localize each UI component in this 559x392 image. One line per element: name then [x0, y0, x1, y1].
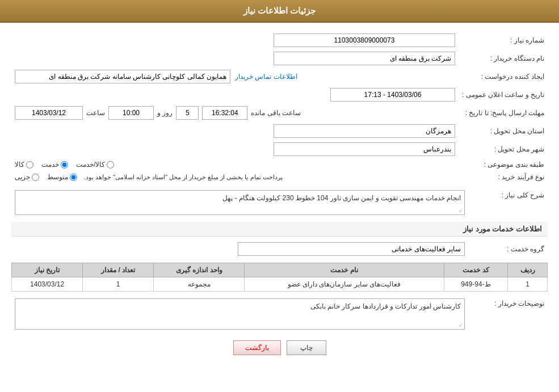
buyer-notes-box: کارشناس امور تدارکات و قراردادها سرکار خ…: [15, 298, 465, 330]
purchase-motavaset-text: متوسط: [47, 173, 68, 181]
service-group-label: گروه خدمت :: [468, 240, 548, 258]
category-kala-khedmat-radio[interactable]: [107, 161, 114, 168]
creator-link[interactable]: اطلاعات تماس خریدار: [235, 73, 297, 81]
description-label: شرح کلی نیاز :: [468, 188, 548, 217]
deadline-time-input[interactable]: [108, 106, 154, 120]
purchase-note: پرداخت تمام یا بخشی از مبلغ خریدار از مح…: [84, 174, 283, 181]
category-kala-label[interactable]: کالا: [15, 161, 33, 168]
deadline-time-label: ساعت: [86, 109, 105, 117]
org-label: نام دستگاه خریدار :: [459, 49, 548, 68]
org-input[interactable]: [274, 52, 455, 65]
page-header: جزئیات اطلاعات نیاز: [0, 0, 559, 23]
description-value: انجام خدمات مهندسی تقویت و ایمن سازی تاو…: [222, 194, 461, 202]
category-kala-khedmat-text: کالا/خدمت: [76, 161, 105, 168]
services-table: ردیف کد خدمت نام خدمت واحد اندازه گیری ت…: [11, 263, 548, 292]
category-khedmat-text: خدمت: [41, 161, 59, 168]
deadline-remaining-input[interactable]: [202, 106, 247, 120]
purchase-jozii-text: جزیی: [15, 173, 30, 181]
deadline-remaining-label: ساعت باقی مانده: [251, 109, 301, 117]
purchase-motavaset-label[interactable]: متوسط: [47, 173, 77, 181]
category-kala-radio[interactable]: [26, 161, 33, 168]
table-row: 1ط-94-949فعالیت‌های سایر سازمان‌های دارا…: [12, 277, 548, 292]
col-header-unit: واحد اندازه گیری: [154, 263, 245, 277]
category-label: طبقه بندی موضوعی :: [459, 158, 548, 171]
buyer-notes-value: کارشناس امور تدارکات و قراردادها سرکار خ…: [310, 302, 461, 310]
description-box: انجام خدمات مهندسی تقویت و ایمن سازی تاو…: [15, 190, 465, 215]
deadline-date-input[interactable]: [15, 106, 83, 120]
deadline-day-label: روز و: [157, 109, 173, 117]
announce-input[interactable]: [330, 88, 455, 102]
city-label: شهر محل تحویل :: [459, 140, 548, 158]
purchase-jozii-radio[interactable]: [32, 174, 39, 181]
col-header-code: کد خدمت: [444, 263, 508, 277]
col-header-name: نام خدمت: [245, 263, 444, 277]
city-input[interactable]: [274, 142, 455, 156]
deadline-days-input[interactable]: [176, 106, 199, 120]
need-number-label: شماره نیاز :: [459, 31, 548, 49]
creator-input[interactable]: [15, 70, 230, 83]
col-header-date: تاریخ نیاز: [12, 263, 83, 277]
purchase-type-label: نوع فرآیند خرید :: [459, 171, 548, 183]
deadline-label: مهلت ارسال پاسخ: تا تاریخ :: [459, 104, 548, 122]
province-label: استان محل تحویل :: [459, 122, 548, 140]
service-group-input[interactable]: [238, 242, 465, 256]
print-button[interactable]: چاپ: [287, 340, 326, 355]
category-khedmat-label[interactable]: خدمت: [41, 161, 68, 168]
services-section-title: اطلاعات خدمات مورد نیاز: [11, 222, 548, 237]
back-button[interactable]: بازگشت: [233, 340, 281, 355]
bottom-buttons: چاپ بازگشت: [11, 340, 548, 355]
creator-label: ایجاد کننده درخواست :: [459, 68, 548, 86]
purchase-motavaset-radio[interactable]: [70, 174, 77, 181]
category-kala-text: کالا: [15, 161, 24, 168]
category-khedmat-radio[interactable]: [61, 161, 68, 168]
province-input[interactable]: [274, 124, 455, 138]
purchase-jozii-label[interactable]: جزیی: [15, 173, 39, 181]
page-title: جزئیات اطلاعات نیاز: [243, 6, 316, 15]
col-header-row: ردیف: [508, 263, 548, 277]
buyer-notes-label: توضیحات خریدار :: [468, 296, 548, 332]
announce-label: تاریخ و ساعت اعلان عمومی :: [459, 86, 548, 104]
category-kala-khedmat-label[interactable]: کالا/خدمت: [76, 161, 114, 168]
need-number-input[interactable]: [274, 33, 455, 47]
col-header-qty: تعداد / مقدار: [83, 263, 154, 277]
